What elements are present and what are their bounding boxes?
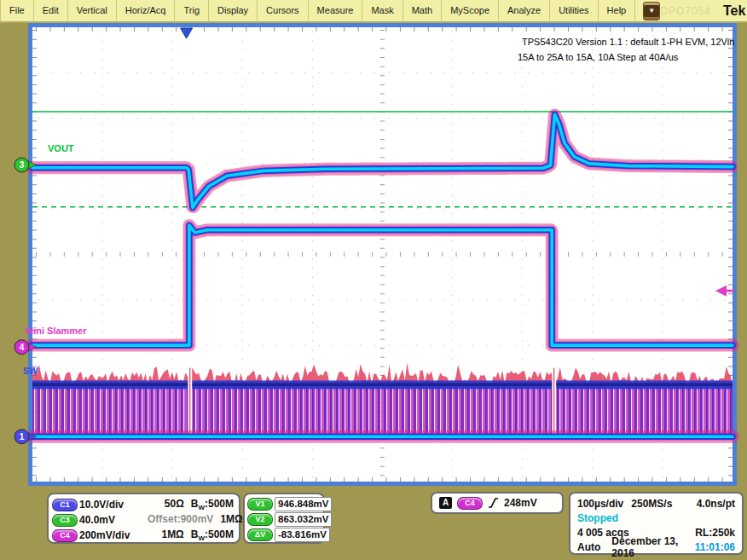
cursor-delta-row: ΔV -83.816mV bbox=[247, 527, 321, 542]
v1-value: 946.848mV bbox=[275, 497, 332, 511]
menu-cursors[interactable]: Cursors bbox=[258, 0, 309, 22]
c3-badge: C3 bbox=[52, 514, 78, 527]
c4-impedance: 1MΩ bbox=[161, 528, 183, 542]
menu-mask[interactable]: Mask bbox=[362, 0, 402, 22]
menu-display[interactable]: Display bbox=[209, 0, 258, 22]
timebase-readout-box[interactable]: 100µs/div 250MS/s 4.0ns/pt Stopped 4 005… bbox=[569, 492, 744, 555]
date-text: December 13, 2016 bbox=[611, 535, 694, 559]
channel-3-readout[interactable]: C3 40.0mV Offset:900mV 1MΩ BW:20.0M bbox=[52, 512, 234, 528]
time-text: 11:01:06 bbox=[695, 541, 735, 553]
trigger-readout-box[interactable]: A C4 248mV bbox=[431, 492, 564, 514]
menu-measure[interactable]: Measure bbox=[309, 0, 363, 22]
svg-text:1: 1 bbox=[20, 432, 25, 442]
c3-scale: 40.0mV bbox=[79, 514, 148, 526]
trigger-system-badge: A bbox=[439, 497, 452, 509]
oscilloscope-display: 341 bbox=[0, 0, 747, 560]
timebase-scale: 100µs/div bbox=[577, 498, 623, 510]
delta-v-badge: ΔV bbox=[247, 528, 273, 541]
c1-impedance: 50Ω bbox=[165, 498, 184, 511]
tek-logo: Tek bbox=[723, 3, 745, 19]
menu-trig[interactable]: Trig bbox=[175, 0, 209, 22]
menu-math[interactable]: Math bbox=[403, 0, 442, 22]
c4-badge: C4 bbox=[52, 529, 78, 542]
menu-vertical[interactable]: Vertical bbox=[68, 0, 117, 22]
menu-bar: File Edit Vertical Horiz/Acq Trig Displa… bbox=[0, 0, 747, 23]
trigger-mode: Auto bbox=[577, 541, 600, 553]
vout-trace-label: VOUT bbox=[48, 143, 74, 153]
chevron-down-icon: ▼ bbox=[644, 5, 659, 17]
menu-utilities[interactable]: Utilities bbox=[550, 0, 598, 22]
c1-scale: 10.0V/div bbox=[79, 499, 148, 511]
menu-edit[interactable]: Edit bbox=[34, 0, 68, 22]
delta-v-value: -83.816mV bbox=[275, 528, 330, 542]
cursor-readouts-box[interactable]: V1 946.848mV V2 863.032mV ΔV -83.816mV bbox=[243, 493, 325, 544]
c1-badge: C1 bbox=[52, 499, 78, 511]
timebase-row: 100µs/div 250MS/s 4.0ns/pt bbox=[577, 496, 735, 511]
c4-scale: 200mV/div bbox=[79, 529, 148, 541]
v2-badge: V2 bbox=[247, 513, 273, 526]
sample-rate: 250MS/s bbox=[631, 498, 672, 510]
v1-badge: V1 bbox=[247, 498, 273, 511]
svg-text:4: 4 bbox=[20, 343, 25, 352]
menu-overflow-button[interactable]: ▼ bbox=[643, 2, 660, 20]
acquisition-status: Stopped bbox=[577, 512, 618, 524]
sample-resolution: 4.0ns/pt bbox=[697, 498, 735, 510]
annotation-line-2: 15A to 25A to 15A, 10A Step at 40A/us bbox=[518, 52, 678, 62]
c4-bandwidth: BW:500M bbox=[191, 528, 234, 542]
c1-bandwidth: BW:500M bbox=[191, 498, 234, 511]
mini-slammer-trace-label: Mini Slammer bbox=[26, 326, 87, 336]
menu-file[interactable]: File bbox=[0, 0, 34, 22]
sw-trace-label: SW bbox=[23, 366, 38, 376]
datetime-row: Auto December 13, 2016 11:01:06 bbox=[577, 540, 735, 554]
trigger-source-badge: C4 bbox=[457, 497, 483, 510]
channel-readouts-box: C1 10.0V/div 50Ω BW:500M C3 40.0mV Offse… bbox=[47, 493, 240, 544]
svg-text:3: 3 bbox=[20, 160, 25, 170]
rising-edge-icon bbox=[488, 497, 499, 509]
menu-myscope[interactable]: MyScope bbox=[442, 0, 499, 22]
menu-horiz-acq[interactable]: Horiz/Acq bbox=[117, 0, 176, 22]
menu-help[interactable]: Help bbox=[599, 0, 636, 22]
cursor-v1-row: V1 946.848mV bbox=[247, 496, 321, 511]
v2-value: 863.032mV bbox=[275, 512, 332, 527]
channel-1-readout[interactable]: C1 10.0V/div 50Ω BW:500M bbox=[52, 497, 234, 512]
acquisition-status-row: Stopped bbox=[577, 511, 735, 525]
c3-impedance: 1MΩ bbox=[220, 513, 242, 527]
model-ghost-text: DPO7054 bbox=[660, 5, 711, 17]
cursor-v2-row: V2 863.032mV bbox=[247, 511, 321, 527]
channel-4-readout[interactable]: C4 200mV/div 1MΩ BW:500M bbox=[52, 528, 234, 543]
c3-offset: Offset:900mV bbox=[148, 513, 213, 527]
menu-analyze[interactable]: Analyze bbox=[499, 0, 550, 22]
annotation-line-1: TPS543C20 Version 1.1 : default 1-PH EVM… bbox=[522, 37, 734, 47]
record-length: RL:250k bbox=[695, 527, 735, 539]
trigger-level: 248mV bbox=[504, 497, 537, 509]
